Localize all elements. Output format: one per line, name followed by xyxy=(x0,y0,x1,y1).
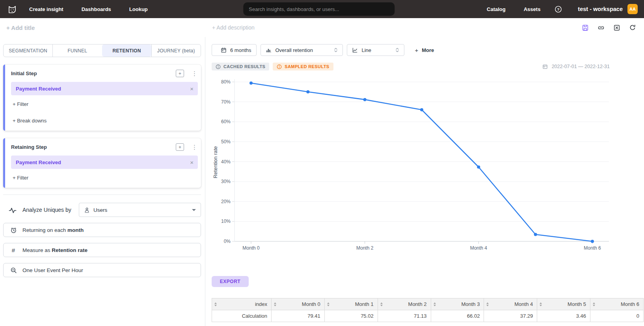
tab-retention[interactable]: RETENTION xyxy=(102,44,151,57)
svg-text:40%: 40% xyxy=(221,159,231,165)
svg-text:20%: 20% xyxy=(221,199,231,204)
nav-assets[interactable]: Assets xyxy=(524,6,541,12)
date-period-button[interactable]: 6 months xyxy=(212,44,257,56)
sort-icon[interactable] xyxy=(327,302,329,306)
query-builder-panel: SEGMENTATION FUNNEL RETENTION JOURNEY (b… xyxy=(0,37,205,326)
returning-on-setting[interactable]: Returning on each month xyxy=(3,223,201,237)
add-event-icon[interactable]: + xyxy=(176,70,184,77)
column-header-month-2[interactable]: Month 2 xyxy=(378,298,431,310)
more-button[interactable]: + More xyxy=(415,47,434,54)
sort-icon[interactable] xyxy=(214,302,217,306)
user-avatar[interactable]: AA xyxy=(627,4,638,14)
nav-create-insight[interactable]: Create insight xyxy=(29,6,63,12)
tab-funnel[interactable]: FUNNEL xyxy=(52,44,102,57)
remove-event-icon[interactable]: × xyxy=(190,159,194,166)
tab-journey[interactable]: JOURNEY (beta) xyxy=(151,44,201,57)
column-header-month-6[interactable]: Month 6 xyxy=(590,298,644,310)
nav-catalog[interactable]: Catalog xyxy=(487,6,506,12)
table-cell: 66.02 xyxy=(431,310,484,322)
table-cell: 75.02 xyxy=(324,310,378,322)
add-title-button[interactable]: + Add title xyxy=(6,24,35,31)
refresh-icon[interactable] xyxy=(629,24,636,31)
data-point[interactable] xyxy=(420,108,423,111)
retention-type-value: Overall retention xyxy=(275,47,313,53)
select-updown-icon xyxy=(395,47,400,53)
table-cell: 37.29 xyxy=(484,310,537,322)
chart-type-select[interactable]: Line xyxy=(347,44,404,56)
data-point[interactable] xyxy=(591,240,594,243)
clock-icon xyxy=(10,227,17,233)
remove-event-icon[interactable]: × xyxy=(190,85,194,92)
workspace-name[interactable]: test - workspace xyxy=(578,6,623,12)
add-filter-button[interactable]: + Filter xyxy=(13,101,201,107)
column-header-month-5[interactable]: Month 5 xyxy=(537,298,590,310)
close-box-icon[interactable] xyxy=(613,24,620,31)
app-logo-cat-icon[interactable] xyxy=(6,3,18,15)
data-point[interactable] xyxy=(249,82,253,85)
column-label: Month 4 xyxy=(514,301,533,307)
help-icon[interactable]: ? xyxy=(555,6,562,13)
table-cell: 0 xyxy=(590,310,644,322)
add-event-icon[interactable]: + xyxy=(176,143,184,151)
pulse-icon xyxy=(9,206,17,213)
column-label: Month 0 xyxy=(302,301,320,307)
info-icon xyxy=(277,64,282,69)
nav-right-group: Catalog Assets ? test - workspace AA xyxy=(469,4,638,14)
svg-text:Month 0: Month 0 xyxy=(242,245,260,251)
kebab-menu-icon[interactable]: ⋮ xyxy=(192,70,195,77)
add-filter-button[interactable]: + Filter xyxy=(13,175,201,181)
analyze-entity-dropdown[interactable]: Users xyxy=(79,203,201,217)
save-icon[interactable] xyxy=(582,24,589,31)
sort-icon[interactable] xyxy=(274,302,276,306)
add-breakdowns-button[interactable]: + Break downs xyxy=(13,118,201,124)
data-point[interactable] xyxy=(306,90,309,93)
column-label: Month 6 xyxy=(621,301,639,307)
sort-icon[interactable] xyxy=(380,302,383,306)
sort-icon[interactable] xyxy=(593,302,595,306)
analyze-entity-value: Users xyxy=(93,207,107,213)
column-header-month-4[interactable]: Month 4 xyxy=(484,298,537,310)
sort-icon[interactable] xyxy=(486,302,489,306)
svg-text:50%: 50% xyxy=(221,139,231,144)
event-dedupe-setting[interactable]: One User Event Per Hour xyxy=(3,263,201,277)
data-point[interactable] xyxy=(363,98,367,101)
sort-icon[interactable] xyxy=(540,302,542,306)
calendar-icon xyxy=(221,47,227,53)
sort-icon[interactable] xyxy=(434,302,436,306)
copy-link-icon[interactable] xyxy=(597,24,605,31)
column-header-index[interactable]: index xyxy=(212,298,272,310)
data-point[interactable] xyxy=(477,165,480,169)
table-row: Calculation79.4175.0271.1366.0237.293.46… xyxy=(212,310,644,322)
kebab-menu-icon[interactable]: ⋮ xyxy=(192,144,195,151)
export-button[interactable]: EXPORT xyxy=(212,276,249,287)
svg-text:Month 2: Month 2 xyxy=(356,245,374,251)
nav-dashboards[interactable]: Dashboards xyxy=(82,6,111,12)
svg-text:Month 6: Month 6 xyxy=(584,245,601,251)
column-header-month-3[interactable]: Month 3 xyxy=(431,298,484,310)
add-description-button[interactable]: + Add description xyxy=(212,24,255,31)
search-input[interactable] xyxy=(243,2,395,16)
event-chip[interactable]: Payment Received × xyxy=(11,82,198,95)
table-cell: 3.46 xyxy=(537,310,590,322)
svg-text:70%: 70% xyxy=(221,99,231,105)
retaining-step-card: Retaining Step + ⋮ Payment Received × + … xyxy=(3,138,201,188)
column-header-month-0[interactable]: Month 0 xyxy=(272,298,325,310)
cached-results-badge[interactable]: CACHED RESULTS xyxy=(212,63,269,70)
event-chip[interactable]: Payment Received × xyxy=(11,156,198,169)
date-range-label: 2022-07-01 — 2022-12-31 xyxy=(542,64,610,69)
zoom-out-icon xyxy=(10,267,17,274)
tab-segmentation[interactable]: SEGMENTATION xyxy=(4,44,52,57)
info-icon xyxy=(216,64,221,69)
column-header-month-1[interactable]: Month 1 xyxy=(324,298,378,310)
table-cell: 79.41 xyxy=(272,310,325,322)
event-chip-label: Payment Received xyxy=(16,159,61,165)
chart-svg: 0%10%20%30%40%50%60%70%80%Month 0Month 2… xyxy=(212,74,610,255)
sampled-results-badge[interactable]: SAMPLED RESULTS xyxy=(273,63,333,70)
retention-type-select[interactable]: Overall retention xyxy=(261,44,343,56)
data-point[interactable] xyxy=(534,233,537,236)
measure-as-setting[interactable]: # Measure as Retention rate xyxy=(3,243,201,257)
select-updown-icon xyxy=(333,47,339,53)
nav-lookup[interactable]: Lookup xyxy=(129,6,148,12)
svg-text:Retention rate: Retention rate xyxy=(212,146,218,178)
plus-icon: + xyxy=(415,47,418,54)
